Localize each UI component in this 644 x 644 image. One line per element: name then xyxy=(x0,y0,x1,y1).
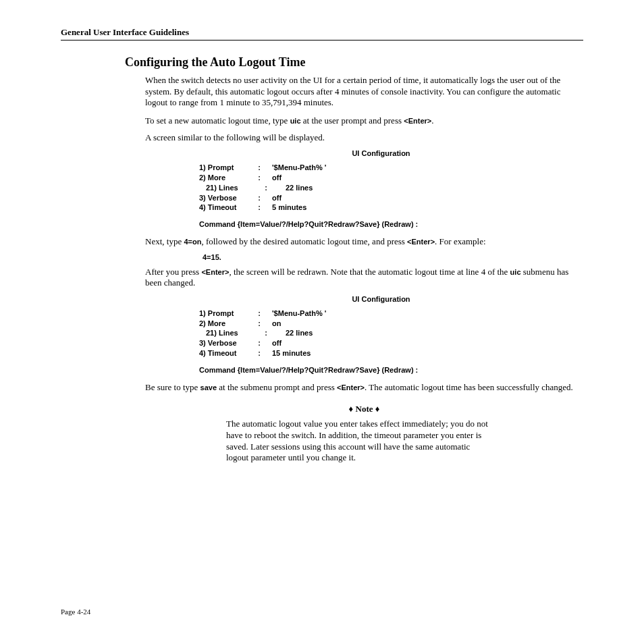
example-command: 4=15. xyxy=(203,253,583,261)
config-block-1: UI Configuration 1) Prompt:'$Menu-Path% … xyxy=(199,149,583,230)
cfg-value: 22 lines xyxy=(272,183,313,193)
text: , the screen will be redrawn. Note that … xyxy=(229,267,510,277)
colon: : xyxy=(253,163,265,173)
cfg-value: on xyxy=(265,319,281,329)
cfg-value: 15 minutes xyxy=(265,348,311,358)
cfg-label: 4) Timeout xyxy=(199,203,253,213)
text: . xyxy=(431,115,433,126)
paragraph-intro: When the switch detects no user activity… xyxy=(145,75,583,109)
colon: : xyxy=(253,193,265,203)
cfg-label: 21) Lines xyxy=(199,183,260,193)
colon: : xyxy=(253,173,265,183)
note-heading: ♦ Note ♦ xyxy=(145,404,583,414)
cfg-value: '$Menu-Path% ' xyxy=(265,308,326,319)
running-header: General User Interface Guidelines xyxy=(61,27,583,41)
cfg-value: 5 minutes xyxy=(265,203,306,213)
cfg-value: '$Menu-Path% ' xyxy=(265,163,326,173)
text: Be sure to type xyxy=(145,382,200,392)
key-enter: <Enter> xyxy=(337,383,365,392)
cfg-label: 2) More xyxy=(199,319,253,329)
command-save: save xyxy=(200,383,217,392)
text: Next, type xyxy=(145,236,184,246)
cfg-value: off xyxy=(265,173,281,183)
text: . The automatic logout time has been suc… xyxy=(365,382,573,392)
command-4on: 4=on xyxy=(184,238,201,246)
colon: : xyxy=(253,308,265,319)
colon: : xyxy=(260,328,272,338)
command-prompt: Command {Item=Value/?/Help?Quit?Redraw?S… xyxy=(199,365,583,375)
text: at the submenu prompt and press xyxy=(217,382,337,392)
command-uic: uic xyxy=(510,268,521,276)
cfg-label: 2) More xyxy=(199,173,253,183)
page-number: Page 4-24 xyxy=(61,608,90,616)
cfg-label: 1) Prompt xyxy=(199,163,253,173)
text: . For example: xyxy=(435,236,485,246)
key-enter: <Enter> xyxy=(407,238,435,246)
ui-abbrev: UI xyxy=(313,75,323,85)
cfg-label: 3) Verbose xyxy=(199,338,253,348)
config-block-2: UI Configuration 1) Prompt:'$Menu-Path% … xyxy=(199,294,583,375)
cfg-label: 3) Verbose xyxy=(199,193,253,203)
colon: : xyxy=(253,319,265,329)
command-uic: uic xyxy=(290,117,301,125)
config-title: UI Configuration xyxy=(179,294,583,304)
text: After you press xyxy=(145,267,201,277)
section-heading: Configuring the Auto Logout Time xyxy=(125,55,583,70)
text: , followed by the desired automatic logo… xyxy=(201,236,407,246)
text: To set a new automatic logout time, type xyxy=(145,115,290,126)
paragraph-next-step: Next, type 4=on, followed by the desired… xyxy=(145,236,583,248)
colon: : xyxy=(253,203,265,213)
cfg-label: 4) Timeout xyxy=(199,348,253,358)
paragraph-screen-intro: A screen similar to the following will b… xyxy=(145,132,583,144)
paragraph-after-enter: After you press <Enter>, the screen will… xyxy=(145,267,583,289)
text: When the switch detects no user activity… xyxy=(145,75,313,85)
cfg-value: off xyxy=(265,338,281,348)
note-body: The automatic logout value you enter tak… xyxy=(226,419,489,464)
cfg-label: 1) Prompt xyxy=(199,308,253,319)
text: at the user prompt and press xyxy=(301,115,404,126)
paragraph-save: Be sure to type save at the submenu prom… xyxy=(145,382,583,394)
colon: : xyxy=(253,348,265,358)
paragraph-instruction: To set a new automatic logout time, type… xyxy=(145,115,583,127)
colon: : xyxy=(253,338,265,348)
command-prompt: Command {Item=Value/?/Help?Quit?Redraw?S… xyxy=(199,219,583,230)
cfg-label: 21) Lines xyxy=(199,328,260,338)
cfg-value: off xyxy=(265,193,281,203)
key-enter: <Enter> xyxy=(201,268,229,276)
colon: : xyxy=(260,183,272,193)
config-title: UI Configuration xyxy=(179,149,583,159)
cfg-value: 22 lines xyxy=(272,328,313,338)
key-enter: <Enter> xyxy=(404,117,431,125)
